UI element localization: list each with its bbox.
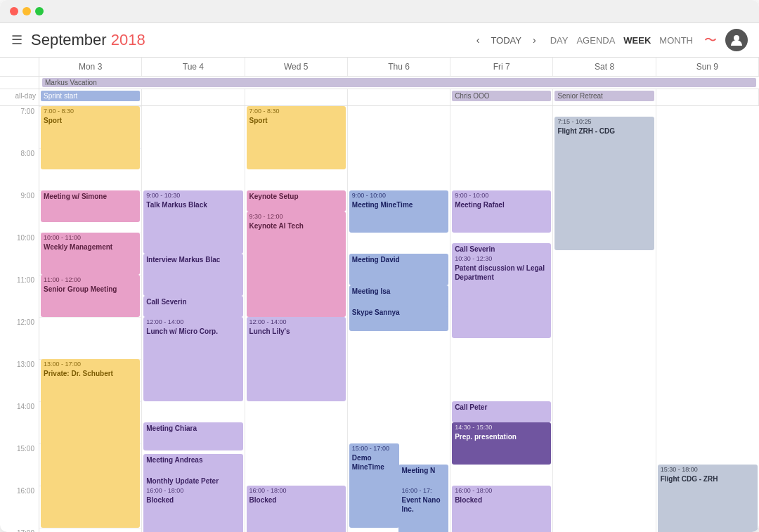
day-header-mon: Mon 3 — [39, 58, 142, 76]
view-buttons: DAY AGENDA WEEK MONTH — [547, 34, 696, 47]
month-title: September 2018 — [31, 31, 145, 49]
app-window: ☰ September 2018 ‹ TODAY › DAY AGENDA WE… — [0, 0, 759, 532]
all-day-wed — [245, 89, 348, 105]
time-12: 12:00 — [0, 317, 39, 359]
event-thu-david[interactable]: Meeting David — [349, 254, 448, 285]
header-right: ‹ TODAY › DAY AGENDA WEEK MONTH 〜 — [474, 29, 748, 51]
event-wed-keynote-setup[interactable]: Keynote Setup — [247, 190, 346, 212]
all-day-fri: Chris OOO — [450, 89, 553, 105]
time-grid: 7:00 8:00 9:00 10:00 11:00 12:00 13:00 1… — [0, 106, 759, 532]
day-header-thu: Thu 6 — [348, 58, 450, 76]
all-day-thu — [348, 89, 450, 105]
all-day-sun — [656, 89, 759, 105]
header: ☰ September 2018 ‹ TODAY › DAY AGENDA WE… — [0, 23, 759, 58]
vacation-event[interactable]: Markus Vacation — [42, 78, 756, 87]
day-header-sat: Sat 8 — [553, 58, 656, 76]
event-fri-prep[interactable]: 14:30 - 15:30 Prep. presentation — [452, 422, 551, 465]
close-button[interactable] — [10, 7, 18, 15]
day-col-sat: 7:15 - 10:25 Flight ZRH - CDG 17:30 - 20… — [553, 106, 656, 532]
event-mon-weekly[interactable]: 10:00 - 11:00 Weekly Management — [41, 233, 140, 275]
day-col-mon: 7:00 - 8:30 Sport Meeting w/ Simone 10:0… — [39, 106, 142, 532]
vacation-cell: Markus Vacation — [39, 77, 759, 89]
event-wed-blocked[interactable]: 16:00 - 18:00 Blocked — [247, 486, 346, 532]
event-mon-schubert[interactable]: 13:00 - 17:00 Private: Dr. Schubert — [41, 359, 140, 528]
time-14: 14:00 — [0, 401, 39, 443]
calendar-container: Mon 3 Tue 4 Wed 5 Thu 6 Fri 7 Sat 8 Sun … — [0, 58, 759, 532]
day-header-fri: Fri 7 — [450, 58, 553, 76]
day-col-thu: 9:00 - 10:00 Meeting MineTime Meeting Da… — [348, 106, 450, 532]
event-sat-flight-out[interactable]: 7:15 - 10:25 Flight ZRH - CDG — [554, 117, 654, 250]
traffic-lights — [10, 7, 44, 15]
chris-event[interactable]: Chris OOO — [452, 91, 551, 101]
day-col-fri: 9:00 - 10:00 Meeting Rafael Call Severin… — [450, 106, 553, 532]
day-header-tue: Tue 4 — [142, 58, 245, 76]
day-headers: Mon 3 Tue 4 Wed 5 Thu 6 Fri 7 Sat 8 Sun … — [0, 58, 759, 77]
event-tue-talk[interactable]: 9:00 - 10:30 Talk Markus Black — [143, 190, 242, 254]
vacation-row: Markus Vacation — [0, 77, 759, 89]
menu-icon[interactable]: ☰ — [11, 32, 22, 48]
time-16: 16:00 — [0, 486, 39, 528]
day-col-tue: 9:00 - 10:30 Talk Markus Black Interview… — [142, 106, 245, 532]
event-thu-nano[interactable]: 16:00 - 17: Event Nano Inc. — [398, 486, 448, 532]
time-labels: 7:00 8:00 9:00 10:00 11:00 12:00 13:00 1… — [0, 106, 39, 532]
day-header-wed: Wed 5 — [245, 58, 348, 76]
event-mon-senior[interactable]: 11:00 - 12:00 Senior Group Meeting — [41, 275, 140, 317]
event-wed-keynote-ai[interactable]: 9:30 - 12:00 Keynote AI Tech — [247, 212, 346, 317]
time-11: 11:00 — [0, 275, 39, 317]
time-9: 9:00 — [0, 190, 39, 233]
view-week-button[interactable]: WEEK — [621, 34, 654, 47]
next-button[interactable]: › — [530, 33, 539, 47]
all-day-mon: Sprint start — [39, 89, 142, 105]
view-agenda-button[interactable]: AGENDA — [573, 34, 618, 47]
time-15: 15:00 — [0, 443, 39, 486]
nav-buttons: ‹ TODAY › — [474, 33, 539, 47]
time-8: 8:00 — [0, 148, 39, 190]
all-day-sat: Senior Retreat — [553, 89, 656, 105]
day-header-sun: Sun 9 — [656, 58, 759, 76]
time-17: 17:00 — [0, 528, 39, 532]
maximize-button[interactable] — [35, 7, 44, 15]
event-tue-chiara[interactable]: Meeting Chiara — [143, 422, 242, 450]
avatar[interactable] — [725, 29, 748, 51]
event-tue-call-severin[interactable]: Call Severin — [143, 296, 242, 317]
minimize-button[interactable] — [22, 7, 31, 15]
time-13: 13:00 — [0, 359, 39, 401]
event-thu-demo[interactable]: 15:00 - 17:00 Demo MineTime — [349, 443, 399, 528]
all-day-label: all-day — [0, 89, 39, 105]
event-wed-sport[interactable]: 7:00 - 8:30 Sport — [247, 106, 346, 169]
event-fri-call-peter[interactable]: Call Peter — [452, 401, 551, 422]
retreat-event[interactable]: Senior Retreat — [554, 91, 654, 101]
svg-point-0 — [734, 35, 739, 41]
event-tue-lunch[interactable]: 12:00 - 14:00 Lunch w/ Micro Corp. — [143, 317, 242, 401]
event-fri-patent[interactable]: 10:30 - 12:30 Patent discussion w/ Legal… — [452, 254, 551, 338]
event-wed-lunch[interactable]: 12:00 - 14:00 Lunch Lily's — [247, 317, 346, 401]
event-tue-interview[interactable]: Interview Markus Blac — [143, 254, 242, 296]
view-day-button[interactable]: DAY — [547, 34, 571, 47]
prev-button[interactable]: ‹ — [474, 33, 483, 47]
event-sun-flight-back[interactable]: 15:30 - 18:00 Flight CDG - ZRH — [658, 465, 758, 532]
event-thu-minetime[interactable]: 9:00 - 10:00 Meeting MineTime — [349, 190, 448, 233]
event-thu-skype[interactable]: Skype Sannya — [349, 306, 448, 331]
year-label: 2018 — [111, 31, 145, 48]
day-col-wed: 7:00 - 8:30 Sport Keynote Setup 9:30 - 1… — [245, 106, 348, 532]
event-mon-sport[interactable]: 7:00 - 8:30 Sport — [41, 106, 140, 169]
view-month-button[interactable]: MONTH — [656, 34, 696, 47]
time-header — [0, 58, 39, 76]
sprint-event[interactable]: Sprint start — [41, 91, 140, 101]
time-10: 10:00 — [0, 233, 39, 275]
event-fri-rafael[interactable]: 9:00 - 10:00 Meeting Rafael — [452, 190, 551, 233]
trend-icon: 〜 — [704, 32, 717, 48]
today-button[interactable]: TODAY — [485, 34, 527, 47]
title-bar — [0, 0, 759, 23]
event-tue-blocked[interactable]: 16:00 - 18:00 Blocked — [143, 486, 242, 532]
event-fri-blocked[interactable]: 16:00 - 18:00 Blocked — [452, 486, 551, 532]
all-day-row: all-day Sprint start Chris OOO Senior Re… — [0, 89, 759, 106]
time-7: 7:00 — [0, 106, 39, 148]
day-col-sun: 15:30 - 18:00 Flight CDG - ZRH — [656, 106, 759, 532]
event-mon-simone[interactable]: Meeting w/ Simone — [41, 190, 140, 222]
all-day-tue — [142, 89, 245, 105]
